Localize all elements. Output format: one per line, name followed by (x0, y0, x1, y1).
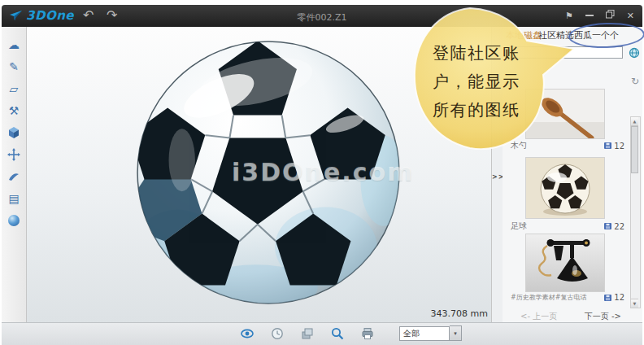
cloud-icon[interactable]: ☁ (2, 33, 26, 55)
panel-expander-button[interactable]: >> (492, 173, 503, 181)
scrollbar-thumb[interactable] (631, 126, 638, 173)
refresh-icon[interactable]: ↻ (631, 76, 639, 87)
view-toolbar: 全部 ▾ (241, 325, 462, 341)
stacked-lines-icon[interactable]: ▤ (2, 187, 26, 209)
search-globe-icon[interactable] (629, 46, 640, 62)
layers-icon[interactable] (301, 327, 314, 340)
left-toolbar: ☁ ✎ ▱ ⚒ ▤ (2, 27, 27, 322)
zoom-magnifier-icon[interactable] (331, 327, 344, 340)
clock-icon[interactable] (271, 327, 284, 340)
restore-button[interactable] (606, 10, 615, 22)
item-label[interactable]: 木勺 (511, 140, 527, 151)
prev-page-button[interactable]: <- 上一页 (520, 311, 557, 322)
soccer-ball-model[interactable] (133, 37, 404, 308)
item-label[interactable]: 足球 (511, 221, 527, 232)
library-item-caption: 木勺 12 (511, 140, 624, 151)
download-count: 12 (604, 142, 624, 151)
library-panel: 本地磁盘 社区精选 西瓜一个个 ↻ (503, 27, 642, 322)
disk-icon (604, 295, 611, 301)
cube-feature-icon[interactable] (2, 121, 26, 143)
feedback-flag-icon[interactable]: ⚑ (565, 11, 573, 22)
document-title: 零件002.Z1 (2, 11, 642, 24)
chevron-down-icon: ▾ (450, 325, 462, 341)
search-input[interactable] (506, 46, 623, 59)
panel-splitter[interactable]: >> (491, 27, 503, 322)
scroll-up-button[interactable]: ▲ (631, 117, 638, 126)
library-item-thumbnail[interactable] (525, 157, 605, 219)
window-controls: ⚑ ✕ (565, 10, 634, 22)
tab-username[interactable]: 西瓜一个个 (574, 29, 619, 41)
library-item-thumbnail[interactable] (525, 234, 605, 292)
panel-scrollbar[interactable]: ▲ ▼ (630, 116, 641, 308)
title-bar: 3DOne ↶ ↷ 零件002.Z1 ⚑ ✕ (2, 5, 642, 28)
panel-tabs: 本地磁盘 社区精选 西瓜一个个 (503, 29, 642, 42)
hammer-tool-icon[interactable]: ⚒ (2, 99, 26, 121)
filter-dropdown[interactable]: 全部 ▾ (399, 325, 462, 341)
library-item-caption: #历史教学素材#复古电话 12 (511, 293, 624, 302)
tab-community-featured[interactable]: 社区精选 (538, 29, 574, 41)
minimize-button[interactable] (585, 11, 594, 22)
sketch-plane-icon[interactable]: ▱ (2, 77, 26, 99)
swoosh-special-icon[interactable] (2, 165, 26, 187)
library-item-thumbnail[interactable] (525, 89, 605, 139)
material-sphere-icon[interactable] (2, 209, 26, 231)
printer-icon[interactable] (361, 327, 374, 340)
disk-icon (604, 142, 611, 149)
download-count: 12 (604, 293, 624, 302)
scroll-down-button[interactable]: ▼ (631, 299, 638, 308)
dimension-readout: 343.708 mm (407, 308, 488, 319)
visibility-eye-icon[interactable] (241, 329, 254, 338)
restore-icon (606, 10, 615, 19)
filter-value: 全部 (399, 326, 450, 341)
close-button[interactable]: ✕ (627, 11, 634, 22)
download-count: 22 (604, 222, 624, 231)
tab-local-disk[interactable]: 本地磁盘 (506, 29, 542, 41)
disk-icon (604, 223, 611, 229)
next-page-button[interactable]: 下一页 -> (585, 311, 621, 322)
sketch-pen-icon[interactable]: ✎ (2, 55, 26, 77)
library-item-caption: 足球 22 (511, 221, 624, 232)
app-window: 3DOne ↶ ↷ 零件002.Z1 ⚑ ✕ ☁ ✎ ▱ ⚒ (0, 0, 644, 345)
move-transform-icon[interactable] (2, 143, 26, 165)
item-label[interactable]: #历史教学素材#复古电话 (511, 293, 586, 302)
